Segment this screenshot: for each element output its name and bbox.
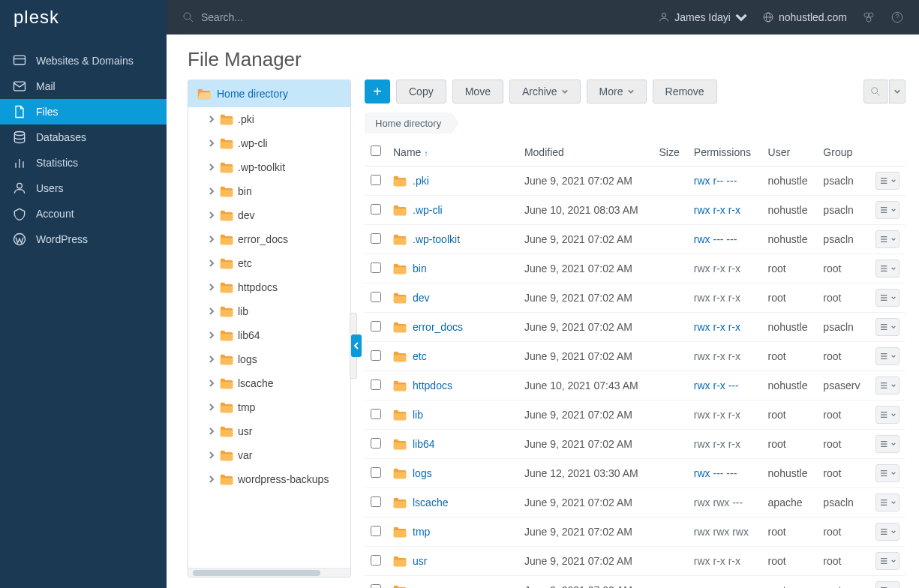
domain-menu[interactable]: nohustled.com bbox=[762, 11, 847, 23]
file-name-link[interactable]: var bbox=[413, 584, 427, 588]
row-actions-button[interactable] bbox=[875, 494, 899, 512]
tree-item[interactable]: etc bbox=[188, 251, 350, 275]
permissions-link[interactable]: rwx r-x --- bbox=[694, 380, 739, 392]
archive-button[interactable]: Archive bbox=[509, 80, 581, 104]
extensions-icon[interactable] bbox=[862, 10, 875, 24]
sidebar-item-files[interactable]: Files bbox=[0, 99, 167, 124]
file-name-link[interactable]: .pki bbox=[413, 175, 429, 187]
file-name-link[interactable]: lib bbox=[413, 409, 423, 421]
tree-item[interactable]: httpdocs bbox=[188, 275, 350, 299]
row-checkbox[interactable] bbox=[371, 175, 381, 185]
tree-item[interactable]: bin bbox=[188, 179, 350, 203]
tree-item[interactable]: lib64 bbox=[188, 323, 350, 347]
file-name-link[interactable]: bin bbox=[413, 262, 427, 274]
row-checkbox[interactable] bbox=[371, 555, 381, 566]
row-checkbox[interactable] bbox=[371, 233, 381, 244]
row-actions-button[interactable] bbox=[875, 230, 899, 248]
file-name-link[interactable]: dev bbox=[413, 292, 430, 304]
col-name[interactable]: Name↑ bbox=[387, 138, 518, 166]
row-checkbox[interactable] bbox=[371, 584, 381, 589]
row-checkbox[interactable] bbox=[371, 526, 381, 536]
row-checkbox[interactable] bbox=[371, 409, 381, 419]
tree-item[interactable]: lib bbox=[188, 299, 350, 323]
sidebar-item-mail[interactable]: Mail bbox=[0, 74, 167, 99]
row-actions-button[interactable] bbox=[875, 172, 899, 190]
search-options-button[interactable] bbox=[889, 80, 905, 104]
permissions-link[interactable]: rwx r-- --- bbox=[694, 175, 737, 187]
sidebar-item-account[interactable]: Account bbox=[0, 201, 167, 226]
tree-item[interactable]: tmp bbox=[188, 395, 350, 419]
tree-item[interactable]: logs bbox=[188, 347, 350, 371]
permissions-link[interactable]: rwx r-x r-x bbox=[694, 321, 740, 333]
sidebar-item-statistics[interactable]: Statistics bbox=[0, 150, 167, 176]
col-user[interactable]: User bbox=[762, 138, 818, 166]
sidebar-item-users[interactable]: Users bbox=[0, 176, 167, 201]
row-checkbox[interactable] bbox=[371, 350, 381, 361]
row-actions-button[interactable] bbox=[875, 201, 899, 219]
row-checkbox[interactable] bbox=[371, 262, 381, 273]
brand-logo[interactable]: plesk bbox=[0, 0, 167, 34]
sidebar-item-databases[interactable]: Databases bbox=[0, 124, 167, 150]
file-name-link[interactable]: .wp-cli bbox=[413, 204, 443, 216]
tree-item[interactable]: lscache bbox=[188, 371, 350, 395]
copy-button[interactable]: Copy bbox=[396, 80, 446, 104]
row-actions-button[interactable] bbox=[875, 376, 899, 394]
more-button[interactable]: More bbox=[587, 80, 647, 104]
row-actions-button[interactable] bbox=[875, 347, 899, 365]
row-checkbox[interactable] bbox=[371, 321, 381, 332]
file-name-link[interactable]: httpdocs bbox=[413, 380, 452, 392]
row-checkbox[interactable] bbox=[371, 438, 381, 448]
user-menu[interactable]: James Idayi bbox=[658, 11, 747, 23]
tree-item[interactable]: wordpress-backups bbox=[188, 467, 350, 491]
col-permissions[interactable]: Permissions bbox=[688, 138, 762, 166]
remove-button[interactable]: Remove bbox=[653, 80, 717, 104]
row-checkbox[interactable] bbox=[371, 380, 381, 390]
row-actions-button[interactable] bbox=[875, 318, 899, 336]
col-size[interactable]: Size bbox=[653, 138, 688, 166]
breadcrumb[interactable]: Home directory bbox=[365, 112, 452, 134]
permissions-link[interactable]: rwx --- --- bbox=[694, 467, 737, 479]
row-checkbox[interactable] bbox=[371, 467, 381, 478]
tree-item[interactable]: .wp-toolkit bbox=[188, 155, 350, 179]
file-name-link[interactable]: logs bbox=[413, 467, 432, 479]
row-checkbox[interactable] bbox=[371, 292, 381, 302]
tree-collapse-handle[interactable] bbox=[348, 312, 359, 380]
sidebar-item-websites[interactable]: Websites & Domains bbox=[0, 48, 167, 74]
tree-item[interactable]: dev bbox=[188, 203, 350, 227]
search-button[interactable]: Search... bbox=[182, 10, 243, 24]
file-name-link[interactable]: tmp bbox=[413, 526, 430, 538]
tree-item[interactable]: .wp-cli bbox=[188, 131, 350, 155]
tree-scrollbar[interactable] bbox=[188, 568, 350, 577]
sidebar-item-wordpress[interactable]: WordPress bbox=[0, 226, 167, 252]
col-modified[interactable]: Modified bbox=[518, 138, 653, 166]
file-name-link[interactable]: etc bbox=[413, 350, 427, 362]
col-group[interactable]: Group bbox=[817, 138, 869, 166]
file-name-link[interactable]: usr bbox=[413, 555, 427, 567]
row-actions-button[interactable] bbox=[875, 581, 899, 588]
tree-item[interactable]: var bbox=[188, 443, 350, 467]
select-all-checkbox[interactable] bbox=[371, 146, 381, 156]
search-files-button[interactable] bbox=[863, 80, 887, 104]
tree-root[interactable]: Home directory bbox=[188, 80, 350, 107]
file-name-link[interactable]: error_docs bbox=[413, 321, 463, 333]
row-checkbox[interactable] bbox=[371, 496, 381, 507]
row-actions-button[interactable] bbox=[875, 289, 899, 307]
tree-item[interactable]: usr bbox=[188, 419, 350, 443]
row-actions-button[interactable] bbox=[875, 523, 899, 541]
row-actions-button[interactable] bbox=[875, 552, 899, 570]
add-button[interactable]: + bbox=[365, 80, 390, 104]
file-name-link[interactable]: lscache bbox=[413, 496, 448, 508]
row-actions-button[interactable] bbox=[875, 260, 899, 278]
tree-item[interactable]: error_docs bbox=[188, 227, 350, 251]
permissions-link[interactable]: rwx r-x r-x bbox=[694, 204, 740, 216]
tree-item[interactable]: .pki bbox=[188, 107, 350, 131]
row-actions-button[interactable] bbox=[875, 406, 899, 424]
file-name-link[interactable]: .wp-toolkit bbox=[413, 233, 460, 245]
row-actions-button[interactable] bbox=[875, 435, 899, 453]
help-icon[interactable] bbox=[890, 10, 904, 24]
row-checkbox[interactable] bbox=[371, 204, 381, 214]
file-name-link[interactable]: lib64 bbox=[413, 438, 435, 450]
permissions-link[interactable]: rwx --- --- bbox=[694, 233, 737, 245]
row-actions-button[interactable] bbox=[875, 464, 899, 482]
move-button[interactable]: Move bbox=[452, 80, 503, 104]
